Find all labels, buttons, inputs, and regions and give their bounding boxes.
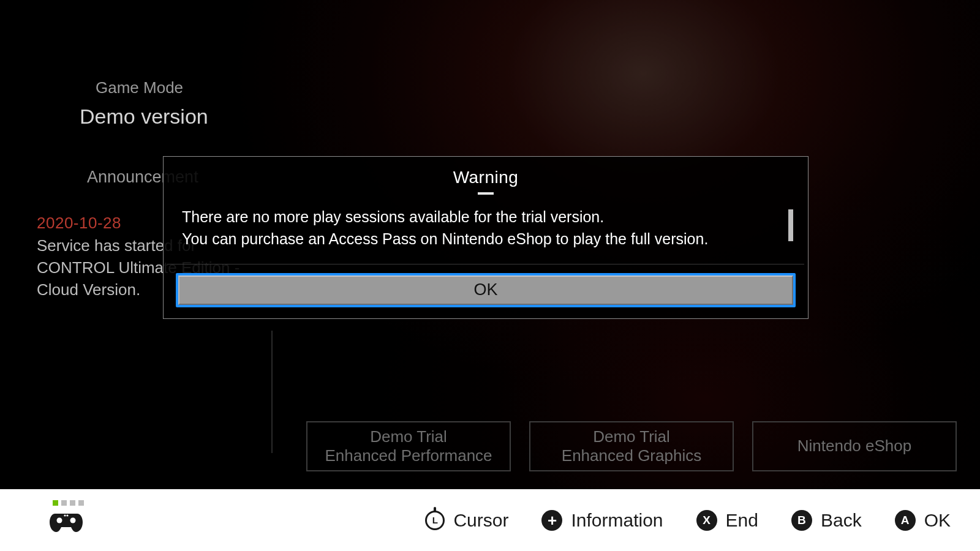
option-line1: Demo Trial [593,427,670,446]
x-button-icon: X [696,510,717,531]
vertical-divider [271,331,273,453]
launch-options-row: Demo Trial Enhanced Performance Demo Tri… [306,421,957,471]
option-line1: Demo Trial [370,427,447,446]
svg-point-0 [57,518,62,523]
prompt-ok: A OK [895,510,951,531]
prompt-cursor: L Cursor [425,510,508,531]
dialog-scrollbar[interactable] [788,209,793,241]
dialog-title: Warning [164,168,808,187]
svg-point-1 [70,518,76,523]
prompt-ok-label: OK [924,510,951,531]
prompt-end: X End [696,510,758,531]
option-demo-performance[interactable]: Demo Trial Enhanced Performance [306,421,511,471]
dialog-body-wrap: There are no more play sessions availabl… [164,195,808,264]
prompt-information: + Information [541,510,663,531]
connection-indicator [53,500,84,506]
option-line1: Nintendo eShop [797,437,911,455]
prompt-end-label: End [726,510,758,531]
controller-icon [49,510,83,537]
dialog-body: There are no more play sessions availabl… [182,206,790,250]
game-mode-label: Game Mode [96,78,270,97]
dialog-body-line1: There are no more play sessions availabl… [182,206,790,228]
prompt-back: B Back [791,510,862,531]
option-line2: Enhanced Graphics [562,446,701,465]
dialog-separator [167,264,804,264]
option-demo-graphics[interactable]: Demo Trial Enhanced Graphics [529,421,734,471]
prompt-information-label: Information [571,510,663,531]
svg-point-3 [66,514,68,516]
game-mode-value: Demo version [80,105,270,129]
plus-button-icon: + [541,510,562,531]
option-line2: Enhanced Performance [325,446,492,465]
option-eshop[interactable]: Nintendo eShop [752,421,957,471]
a-button-icon: A [895,510,916,531]
prompt-back-label: Back [821,510,862,531]
button-prompts: L Cursor + Information X End B Back A OK [425,510,951,531]
announcement-date: 2020-10-28 [37,214,121,233]
b-button-icon: B [791,510,812,531]
dialog-ok-focus-ring: OK [176,273,796,307]
ok-button[interactable]: OK [178,276,793,305]
left-stick-icon: L [425,511,445,530]
svg-point-2 [64,514,66,516]
prompt-cursor-label: Cursor [453,510,508,531]
dialog-body-line2: You can purchase an Access Pass on Ninte… [182,228,790,250]
warning-dialog: Warning There are no more play sessions … [163,156,809,319]
bottom-bar: L Cursor + Information X End B Back A OK [0,489,980,551]
